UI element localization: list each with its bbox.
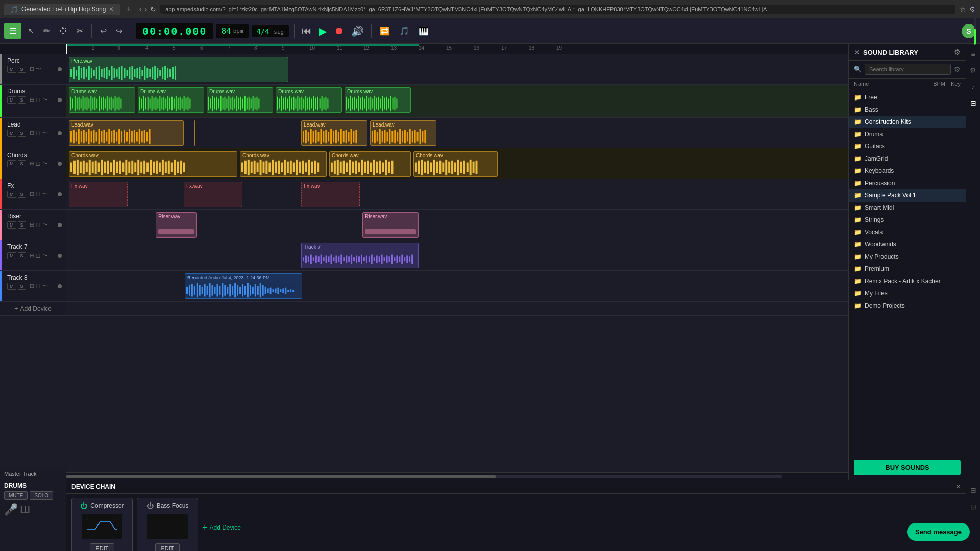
track-content-track8[interactable]: Recorded Audio Jul 4, 2023, 1:24:36 PM: [66, 271, 848, 302]
lib-item-myproducts[interactable]: 📁 My Products: [849, 251, 966, 263]
panel-icon-3[interactable]: ♪: [969, 81, 977, 93]
loop-region[interactable]: [66, 44, 419, 46]
h-scroll-thumb[interactable]: [66, 475, 496, 478]
buy-sounds-btn[interactable]: BUY SOUNDS: [854, 460, 961, 475]
solo-track7[interactable]: S: [18, 252, 26, 259]
monitor-btn[interactable]: Ш: [20, 503, 30, 516]
clip-drums-3[interactable]: Drums.wav: [207, 87, 273, 113]
clip-perc-1[interactable]: Perc.wav: [69, 57, 288, 82]
eq-drums[interactable]: Ш: [36, 97, 41, 103]
eq-track8[interactable]: Ш: [36, 283, 41, 289]
eq-lead[interactable]: Ш: [36, 130, 41, 136]
clip-lead-4[interactable]: Lead.wav: [370, 120, 436, 146]
pencil-tool-btn[interactable]: ✏: [40, 24, 53, 38]
lib-item-strings[interactable]: 📁 Strings: [849, 214, 966, 226]
mute-chords[interactable]: M: [7, 160, 16, 167]
bass-focus-edit-btn[interactable]: EDIT: [155, 543, 179, 551]
vol-knob-track8[interactable]: [58, 284, 62, 288]
clip-lead-3[interactable]: Lead.wav: [301, 120, 368, 146]
track-content-chords[interactable]: Chords.wav Chords.wav Chords.wav Ch: [66, 148, 848, 179]
vol-knob-perc[interactable]: [58, 67, 62, 71]
clip-drums-2[interactable]: Drums.wav: [138, 87, 204, 113]
mute-track7[interactable]: M: [7, 252, 16, 259]
redo-btn[interactable]: ↪: [113, 24, 126, 38]
close-library-btn[interactable]: ✕: [854, 48, 860, 56]
tracks-scroll[interactable]: Perc M S ⊞ 〜 P: [0, 54, 848, 472]
fx-perc[interactable]: ⊞: [30, 66, 34, 72]
track-content-fx[interactable]: Fx.wav Fx.wav Fx.wav: [66, 179, 848, 210]
solo-chords[interactable]: S: [18, 160, 26, 167]
add-device-btn[interactable]: + Add Device: [202, 522, 241, 533]
track-content-drums[interactable]: Drums.wav: [66, 85, 848, 118]
lib-item-smartmidi[interactable]: 📁 Smart Midi: [849, 202, 966, 214]
compressor-power-icon[interactable]: ⏻: [80, 502, 87, 510]
vol-knob-lead[interactable]: [58, 131, 62, 135]
back-btn[interactable]: ‹: [139, 5, 142, 13]
clip-riser-1[interactable]: Riser.wav: [156, 212, 197, 238]
lib-item-keyboards[interactable]: 📁 Keyboards: [849, 165, 966, 177]
track-content-lead[interactable]: Lead.wav Lead.wav Lead.wav Lead.wav: [66, 118, 848, 148]
compressor-edit-btn[interactable]: EDIT: [90, 543, 114, 551]
h-scrollbar[interactable]: [0, 472, 848, 480]
refresh-btn[interactable]: ↻: [150, 5, 156, 13]
forward-btn[interactable]: ›: [144, 5, 147, 13]
loop-btn[interactable]: 🔁: [377, 24, 393, 38]
solo-fx[interactable]: S: [18, 191, 26, 198]
undo-btn[interactable]: ↩: [97, 24, 110, 38]
time-sig-display[interactable]: 4/4 sig: [252, 25, 289, 37]
track-content-perc[interactable]: Perc.wav: [66, 54, 848, 85]
track-content-track7[interactable]: Track 7: [66, 240, 848, 271]
eq-riser[interactable]: Ш: [36, 222, 41, 228]
fx-riser[interactable]: ⊞: [30, 221, 34, 228]
vol-knob-track7[interactable]: [58, 254, 62, 258]
bottom-mute-btn[interactable]: MUTE: [4, 491, 28, 500]
fx-fx[interactable]: ⊞: [30, 191, 34, 197]
bass-focus-device[interactable]: ⏻ Bass Focus EDIT: [137, 498, 198, 551]
filter-icon[interactable]: ⚙: [954, 65, 961, 73]
bottom-panel-icon-2[interactable]: ⊟: [968, 500, 978, 513]
panel-icon-2[interactable]: ⚙: [968, 64, 978, 77]
url-bar[interactable]: app.ampedstudio.com/?_gl=1*zkt20c_ga*MTA…: [160, 5, 955, 14]
clip-chords-4[interactable]: Chords.wav: [413, 151, 498, 177]
lib-item-remix[interactable]: 📁 Remix Pack - Artik x Kacher: [849, 275, 966, 287]
compressor-device[interactable]: ⏻ Compressor EDIT: [71, 498, 133, 551]
device-chain-close-btn[interactable]: ✕: [955, 483, 961, 490]
menu-button[interactable]: ☰: [4, 23, 21, 39]
clip-chords-1[interactable]: Chords.wav: [69, 151, 237, 177]
bookmark-icon[interactable]: ☆: [960, 5, 966, 13]
lib-item-bass[interactable]: 📁 Bass: [849, 104, 966, 116]
fx-chords[interactable]: ⊞: [30, 160, 34, 167]
new-tab-btn[interactable]: +: [126, 5, 131, 14]
clip-lead-1[interactable]: Lead.wav: [69, 120, 184, 146]
vol-knob-chords[interactable]: [58, 162, 62, 166]
panel-icon-1[interactable]: ≡: [969, 48, 977, 60]
clip-track8-1[interactable]: Recorded Audio Jul 4, 2023, 1:24:36 PM: [185, 273, 302, 299]
browser-tab[interactable]: 🎵 Generated Lo-Fi Hip Hop Song ✕: [4, 4, 120, 15]
mute-riser[interactable]: M: [7, 221, 16, 229]
lib-item-drums[interactable]: 📁 Drums: [849, 128, 966, 140]
lib-item-percussion[interactable]: 📁 Percussion: [849, 177, 966, 189]
fx-drums[interactable]: ⊞: [30, 96, 34, 103]
metronome-btn[interactable]: 🎵: [396, 24, 412, 38]
clip-fx-3[interactable]: Fx.wav: [301, 182, 360, 207]
library-search-input[interactable]: [865, 64, 951, 75]
volume-btn[interactable]: 🔊: [349, 23, 366, 39]
solo-riser[interactable]: S: [18, 221, 26, 229]
clip-lead-2[interactable]: Lead.wav: [194, 120, 195, 146]
record-btn[interactable]: ⏺: [332, 23, 346, 39]
bpm-display[interactable]: 84 bpm: [216, 24, 248, 38]
clip-drums-5[interactable]: Drums.wav: [345, 87, 411, 113]
fx-track8[interactable]: ⊞: [30, 283, 34, 289]
cut-tool-btn[interactable]: ✂: [74, 24, 86, 38]
tab-close-btn[interactable]: ✕: [109, 6, 114, 13]
lib-item-demoprojects[interactable]: 📁 Demo Projects: [849, 299, 966, 312]
solo-lead[interactable]: S: [18, 130, 26, 137]
track-content-riser[interactable]: Riser.wav Riser.wav: [66, 210, 848, 240]
lib-item-samplepack[interactable]: 📁 Sample Pack Vol 1: [849, 189, 966, 202]
mute-fx[interactable]: M: [7, 191, 16, 198]
play-btn[interactable]: ▶: [317, 23, 329, 39]
lib-item-vocals[interactable]: 📁 Vocals: [849, 226, 966, 238]
lib-item-guitars[interactable]: 📁 Guitars: [849, 140, 966, 153]
clip-drums-1[interactable]: Drums.wav: [69, 87, 135, 113]
clip-chords-2[interactable]: Chords.wav: [240, 151, 327, 177]
